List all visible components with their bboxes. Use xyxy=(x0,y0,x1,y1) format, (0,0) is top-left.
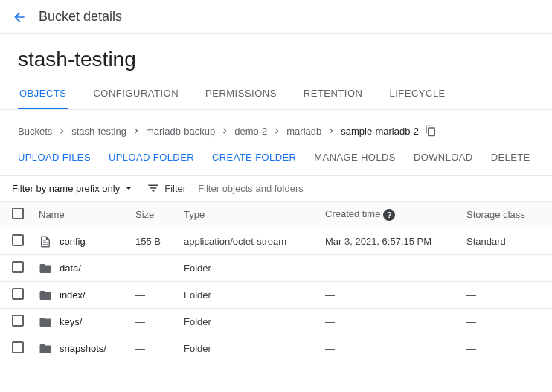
row-checkbox[interactable] xyxy=(12,261,24,273)
cell-created: — xyxy=(318,255,459,282)
filter-prefix-dropdown[interactable]: Filter by name prefix only xyxy=(12,182,135,194)
folder-icon xyxy=(39,342,52,356)
col-size[interactable]: Size xyxy=(128,202,176,228)
bucket-name: stash-testing xyxy=(0,34,552,79)
object-name[interactable]: snapshots/ xyxy=(60,343,106,354)
cell-size: — xyxy=(128,282,176,309)
cell-storage: Standard xyxy=(459,228,552,255)
filter-prefix-label: Filter by name prefix only xyxy=(12,183,120,194)
table-row: keys/ — Folder — — xyxy=(0,309,552,335)
top-bar: Bucket details xyxy=(0,0,552,34)
object-name[interactable]: keys/ xyxy=(60,316,82,327)
cell-size: — xyxy=(128,255,176,282)
back-arrow-icon[interactable] xyxy=(12,10,27,25)
object-name[interactable]: data/ xyxy=(60,263,81,274)
delete-button[interactable]: DELETE xyxy=(491,152,530,163)
filter-input[interactable] xyxy=(198,183,540,194)
cell-created: — xyxy=(318,282,459,309)
objects-table: Name Size Type Created time? Storage cla… xyxy=(0,201,552,362)
file-icon xyxy=(39,235,52,248)
cell-type: Folder xyxy=(176,309,318,335)
cell-type: application/octet-stream xyxy=(176,228,318,255)
tab-retention[interactable]: RETENTION xyxy=(302,79,365,109)
table-header-row: Name Size Type Created time? Storage cla… xyxy=(0,202,552,228)
dropdown-arrow-icon xyxy=(123,182,135,194)
cell-created: Mar 3, 2021, 6:57:15 PM xyxy=(318,228,459,255)
cell-storage: — xyxy=(459,309,552,335)
filter-icon xyxy=(147,181,160,195)
folder-icon xyxy=(39,289,52,302)
crumb-mariadb-backup[interactable]: mariadb-backup xyxy=(146,126,215,137)
folder-icon xyxy=(39,262,52,275)
col-name[interactable]: Name xyxy=(31,202,128,228)
copy-icon[interactable] xyxy=(425,125,437,137)
crumb-current[interactable]: sample-mariadb-2 xyxy=(341,126,419,137)
cell-size: — xyxy=(128,335,176,362)
col-type[interactable]: Type xyxy=(176,202,318,228)
cell-storage: — xyxy=(459,255,552,282)
create-folder-button[interactable]: CREATE FOLDER xyxy=(212,152,296,163)
page-title: Bucket details xyxy=(39,9,122,25)
tab-permissions[interactable]: PERMISSIONS xyxy=(204,79,278,109)
select-all-checkbox[interactable] xyxy=(12,208,24,219)
cell-storage: — xyxy=(459,282,552,309)
download-button[interactable]: DOWNLOAD xyxy=(414,152,473,163)
row-checkbox[interactable] xyxy=(12,315,24,327)
chevron-right-icon xyxy=(57,126,67,136)
object-name[interactable]: index/ xyxy=(60,289,86,301)
filter-toggle[interactable]: Filter xyxy=(147,181,186,195)
upload-folder-button[interactable]: UPLOAD FOLDER xyxy=(109,152,194,163)
table-row: index/ — Folder — — xyxy=(0,282,552,309)
manage-holds-button[interactable]: MANAGE HOLDS xyxy=(314,152,396,163)
table-row: config 155 B application/octet-stream Ma… xyxy=(0,228,552,255)
cell-type: Folder xyxy=(176,255,318,282)
cell-size: — xyxy=(128,309,176,335)
row-checkbox[interactable] xyxy=(12,288,24,300)
crumb-stash-testing[interactable]: stash-testing xyxy=(71,126,126,137)
col-created[interactable]: Created time? xyxy=(318,202,459,228)
action-bar: UPLOAD FILES UPLOAD FOLDER CREATE FOLDER… xyxy=(0,140,552,175)
object-name[interactable]: config xyxy=(60,236,86,247)
crumb-buckets[interactable]: Buckets xyxy=(18,126,52,137)
cell-size: 155 B xyxy=(128,228,176,255)
col-storage[interactable]: Storage class xyxy=(459,202,552,228)
table-row: snapshots/ — Folder — — xyxy=(0,335,552,362)
tabs: OBJECTS CONFIGURATION PERMISSIONS RETENT… xyxy=(0,79,552,110)
folder-icon xyxy=(39,315,52,329)
tab-lifecycle[interactable]: LIFECYCLE xyxy=(388,79,446,109)
cell-type: Folder xyxy=(176,335,318,362)
cell-storage: — xyxy=(459,335,552,362)
cell-type: Folder xyxy=(176,282,318,309)
filter-label: Filter xyxy=(164,183,186,194)
help-icon[interactable]: ? xyxy=(383,209,395,221)
chevron-right-icon xyxy=(219,126,230,136)
breadcrumbs: Buckets stash-testing mariadb-backup dem… xyxy=(0,110,552,140)
crumb-demo-2[interactable]: demo-2 xyxy=(234,126,267,137)
tab-configuration[interactable]: CONFIGURATION xyxy=(92,79,180,109)
chevron-right-icon xyxy=(131,126,141,136)
chevron-right-icon xyxy=(272,126,282,136)
cell-created: — xyxy=(318,335,459,362)
chevron-right-icon xyxy=(326,126,336,136)
row-checkbox[interactable] xyxy=(12,341,24,353)
upload-files-button[interactable]: UPLOAD FILES xyxy=(18,152,91,163)
table-row: data/ — Folder — — xyxy=(0,255,552,282)
crumb-mariadb[interactable]: mariadb xyxy=(286,126,321,137)
filter-bar: Filter by name prefix only Filter xyxy=(0,175,552,201)
cell-created: — xyxy=(318,309,459,335)
row-checkbox[interactable] xyxy=(12,234,24,246)
tab-objects[interactable]: OBJECTS xyxy=(18,79,68,109)
